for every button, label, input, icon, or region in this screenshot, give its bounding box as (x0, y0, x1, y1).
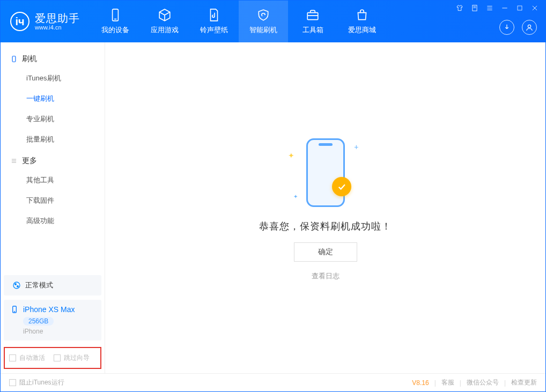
device-box[interactable]: iPhone XS Max 256GB iPhone (4, 300, 101, 341)
link-customer-service[interactable]: 客服 (441, 378, 454, 387)
sidebar-item-oneclick[interactable]: 一键刷机 (1, 88, 105, 109)
sidebar-item-batch[interactable]: 批量刷机 (1, 129, 105, 150)
opt-label: 跳过向导 (64, 354, 90, 361)
tab-label: 工具箱 (302, 25, 323, 35)
bag-icon (355, 8, 369, 22)
body: 刷机 iTunes刷机 一键刷机 专业刷机 批量刷机 更多 其他工具 下载固件 … (1, 42, 545, 373)
tab-apps[interactable]: 应用游戏 (140, 1, 189, 42)
mode-icon (12, 281, 21, 290)
ok-button[interactable]: 确定 (294, 242, 357, 262)
window-controls (455, 4, 539, 12)
close-icon[interactable] (530, 4, 539, 12)
tab-label: 爱思商城 (348, 25, 376, 35)
app-name: 爱思助手 (35, 12, 80, 24)
svg-point-20 (17, 286, 19, 287)
tab-label: 铃声壁纸 (200, 25, 228, 35)
tab-label: 我的设备 (101, 25, 129, 35)
check-badge-icon (332, 177, 351, 196)
header-round-buttons (499, 20, 537, 35)
success-message: 恭喜您，保资料刷机成功啦！ (259, 220, 392, 233)
user-button[interactable] (522, 20, 537, 35)
svg-point-18 (13, 282, 20, 289)
tab-label: 智能刷机 (249, 25, 277, 35)
section-label: 刷机 (22, 54, 37, 64)
minimize-icon[interactable] (500, 4, 509, 12)
menu-icon[interactable] (485, 4, 494, 12)
maximize-icon[interactable] (515, 4, 524, 12)
music-file-icon (207, 8, 221, 22)
footer-label: 阻止iTunes运行 (19, 379, 64, 386)
toolbox-icon (306, 8, 320, 22)
link-wechat[interactable]: 微信公众号 (467, 378, 499, 387)
device-icon (10, 305, 19, 314)
section-label: 更多 (22, 156, 37, 166)
svg-rect-2 (307, 13, 318, 20)
mode-label: 正常模式 (25, 280, 53, 290)
sidebar-item-other[interactable]: 其他工具 (1, 170, 105, 190)
svg-rect-10 (518, 6, 522, 10)
download-button[interactable] (499, 20, 514, 35)
phone-graphic (306, 138, 345, 207)
header: iч 爱思助手 www.i4.cn 我的设备 应用游戏 铃声壁纸 智能刷机 (1, 1, 545, 42)
logo-block: iч 爱思助手 www.i4.cn (1, 12, 91, 31)
sidebar: 刷机 iTunes刷机 一键刷机 专业刷机 批量刷机 更多 其他工具 下载固件 … (1, 42, 105, 373)
logo-text: 爱思助手 www.i4.cn (35, 12, 80, 31)
sidebar-scroll: 刷机 iTunes刷机 一键刷机 专业刷机 批量刷机 更多 其他工具 下载固件 … (1, 42, 105, 273)
link-check-update[interactable]: 检查更新 (511, 378, 537, 387)
view-log-link[interactable]: 查看日志 (312, 271, 340, 281)
sidebar-item-firmware[interactable]: 下载固件 (1, 190, 105, 211)
refresh-shield-icon (256, 8, 270, 22)
device-capacity: 256GB (23, 317, 54, 326)
phone-icon (108, 8, 122, 22)
cube-icon (158, 8, 172, 22)
tab-my-device[interactable]: 我的设备 (91, 1, 140, 42)
svg-point-19 (15, 284, 17, 285)
sparkle-icon: + (354, 143, 358, 151)
tab-toolbox[interactable]: 工具箱 (288, 1, 337, 42)
checkbox-skip-guide[interactable]: 跳过向导 (54, 353, 90, 363)
checkbox-block-itunes[interactable]: 阻止iTunes运行 (9, 378, 64, 387)
list-icon (10, 157, 18, 165)
device-name: iPhone XS Max (23, 305, 75, 314)
device-type: iPhone (23, 328, 95, 335)
logo-icon: iч (10, 12, 29, 31)
sidebar-section-flash: 刷机 (1, 48, 105, 68)
tab-ringtone[interactable]: 铃声壁纸 (189, 1, 239, 42)
sidebar-item-advanced[interactable]: 高级功能 (1, 211, 105, 231)
version-label: V8.16 (412, 379, 429, 387)
success-illustration: ✦ + ✦ (277, 135, 374, 210)
tab-smart-flash[interactable]: 智能刷机 (239, 1, 288, 42)
app-site: www.i4.cn (35, 24, 80, 31)
top-tabs: 我的设备 应用游戏 铃声壁纸 智能刷机 工具箱 爱思商城 (91, 1, 387, 42)
opt-label: 自动激活 (19, 354, 45, 361)
device-top: iPhone XS Max (10, 305, 95, 314)
options-highlight: 自动激活 跳过向导 (4, 347, 101, 369)
svg-point-13 (528, 25, 530, 27)
note-icon[interactable] (470, 4, 479, 12)
checkbox-auto-activate[interactable]: 自动激活 (9, 353, 45, 363)
svg-rect-3 (473, 5, 477, 11)
tab-store[interactable]: 爱思商城 (337, 1, 387, 42)
sparkle-icon: ✦ (293, 194, 298, 199)
footer-right: V8.16 | 客服 | 微信公众号 | 检查更新 (412, 378, 537, 387)
sidebar-section-more: 更多 (1, 150, 105, 170)
footer: 阻止iTunes运行 V8.16 | 客服 | 微信公众号 | 检查更新 (1, 373, 545, 391)
tab-label: 应用游戏 (151, 25, 179, 35)
sidebar-item-itunes[interactable]: iTunes刷机 (1, 68, 105, 88)
shirt-icon[interactable] (455, 4, 464, 12)
app-window: iч 爱思助手 www.i4.cn 我的设备 应用游戏 铃声壁纸 智能刷机 (0, 0, 546, 392)
mode-panel[interactable]: 正常模式 (4, 275, 101, 295)
svg-rect-14 (12, 56, 16, 62)
device-small-icon (10, 55, 18, 63)
sidebar-item-pro[interactable]: 专业刷机 (1, 109, 105, 129)
sparkle-icon: ✦ (288, 151, 294, 160)
content: ✦ + ✦ 恭喜您，保资料刷机成功啦！ 确定 查看日志 (105, 42, 545, 373)
